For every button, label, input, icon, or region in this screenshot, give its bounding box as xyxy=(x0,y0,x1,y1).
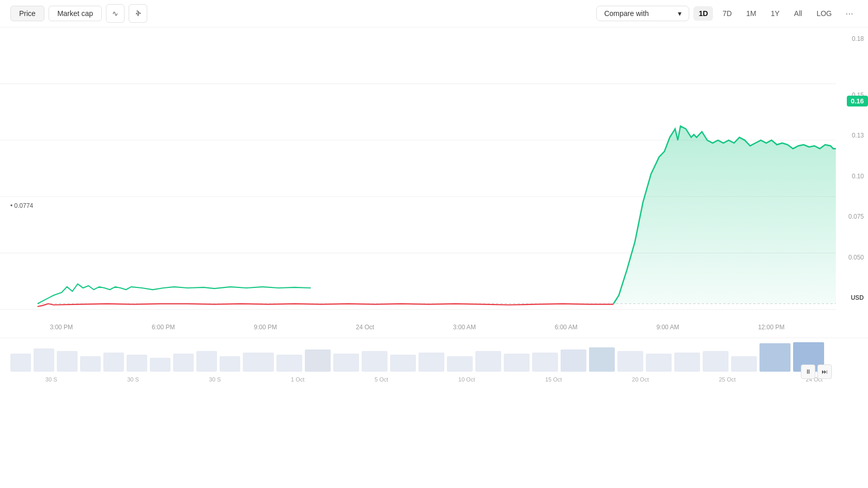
x-label-9pm: 9:00 PM xyxy=(254,324,277,331)
svg-rect-34 xyxy=(731,356,757,372)
svg-rect-13 xyxy=(150,358,171,372)
compare-dropdown[interactable]: Compare with ▾ xyxy=(596,6,689,21)
svg-rect-21 xyxy=(362,351,388,372)
svg-rect-20 xyxy=(333,354,359,372)
right-controls: Compare with ▾ 1D 7D 1M 1Y All LOG ··· xyxy=(596,5,858,22)
price-tab[interactable]: Price xyxy=(10,6,44,21)
svg-rect-29 xyxy=(589,347,615,372)
x-label-6am: 6:00 AM xyxy=(555,324,578,331)
x-label-3pm: 3:00 PM xyxy=(50,324,73,331)
svg-rect-18 xyxy=(276,355,302,372)
svg-rect-33 xyxy=(703,351,729,372)
y-label-013: 0.13 xyxy=(834,132,868,139)
y-label-0075: 0.075 xyxy=(834,213,868,220)
mini-x-30s2: 30 S xyxy=(127,376,139,383)
svg-rect-23 xyxy=(419,353,444,372)
svg-rect-14 xyxy=(173,354,194,372)
candle-chart-icon[interactable]: ቅ xyxy=(129,4,147,23)
x-label-25oct: 24 Oct xyxy=(356,324,374,331)
time-log-btn[interactable]: LOG xyxy=(811,6,837,21)
usd-label: USD xyxy=(834,294,868,301)
svg-rect-10 xyxy=(80,356,101,372)
compare-label: Compare with xyxy=(604,9,648,18)
chevron-down-icon: ▾ xyxy=(678,9,681,18)
svg-rect-17 xyxy=(243,353,274,372)
mini-x-10oct: 10 Oct xyxy=(458,376,475,383)
mini-x-25oct: 25 Oct xyxy=(719,376,735,383)
pause-button[interactable]: ⏸ xyxy=(801,364,815,379)
x-label-6pm: 6:00 PM xyxy=(152,324,175,331)
svg-rect-25 xyxy=(475,351,501,372)
time-all-btn[interactable]: All xyxy=(789,6,808,21)
svg-rect-26 xyxy=(504,354,530,372)
y-label-018: 0.18 xyxy=(834,35,868,42)
minimap-section: 30 S 30 S 30 S 1 Oct 5 Oct 10 Oct 15 Oct… xyxy=(0,338,868,400)
mini-x-1oct: 1 Oct xyxy=(291,376,304,383)
chart-wrapper: • 0.0774 ⊛ CoinMarketCap 0.18 0.16 0.15 … xyxy=(0,27,868,400)
more-options-btn[interactable]: ··· xyxy=(841,5,858,22)
x-axis: 3:00 PM 6:00 PM 9:00 PM 24 Oct 3:00 AM 6… xyxy=(0,317,834,338)
left-controls: Price Market cap ∿ ቅ xyxy=(10,4,147,23)
svg-rect-28 xyxy=(561,349,586,372)
svg-rect-22 xyxy=(390,355,416,372)
y-axis: 0.18 0.16 0.15 0.13 0.10 0.075 0.050 USD xyxy=(834,27,868,338)
svg-rect-19 xyxy=(305,349,331,372)
svg-rect-31 xyxy=(646,354,672,372)
minimap-x-axis: 30 S 30 S 30 S 1 Oct 5 Oct 10 Oct 15 Oct… xyxy=(0,376,868,383)
pause-controls: ⏸ ⏭ xyxy=(801,364,832,379)
time-1m-btn[interactable]: 1M xyxy=(741,6,761,21)
svg-rect-24 xyxy=(447,356,473,372)
mini-x-30s3: 30 S xyxy=(209,376,221,383)
svg-rect-7 xyxy=(10,354,31,372)
mini-x-30s1: 30 S xyxy=(45,376,57,383)
svg-rect-15 xyxy=(196,351,217,372)
time-1y-btn[interactable]: 1Y xyxy=(766,6,785,21)
marketcap-tab[interactable]: Market cap xyxy=(49,6,102,21)
time-7d-btn[interactable]: 7D xyxy=(717,6,737,21)
minimap-svg xyxy=(0,338,834,374)
y-label-010: 0.10 xyxy=(834,173,868,180)
mini-x-20oct: 20 Oct xyxy=(632,376,648,383)
svg-marker-6 xyxy=(613,126,835,304)
mini-x-5oct: 5 Oct xyxy=(375,376,388,383)
line-chart-icon[interactable]: ∿ xyxy=(106,4,125,23)
svg-rect-30 xyxy=(617,351,643,372)
svg-rect-27 xyxy=(532,353,558,372)
svg-rect-9 xyxy=(57,351,78,372)
x-label-9am: 9:00 AM xyxy=(656,324,679,331)
top-bar: Price Market cap ∿ ቅ Compare with ▾ 1D 7… xyxy=(0,0,868,27)
svg-rect-8 xyxy=(34,348,54,372)
mini-x-15oct: 15 Oct xyxy=(545,376,562,383)
svg-rect-16 xyxy=(220,356,240,372)
step-button[interactable]: ⏭ xyxy=(817,364,832,379)
svg-rect-12 xyxy=(127,355,147,372)
x-label-12pm: 12:00 PM xyxy=(758,324,784,331)
open-price-label: • 0.0774 xyxy=(10,202,33,209)
time-1d-btn[interactable]: 1D xyxy=(693,6,713,21)
svg-rect-35 xyxy=(760,343,791,372)
x-label-3am: 3:00 AM xyxy=(453,324,476,331)
svg-rect-11 xyxy=(103,353,124,372)
y-label-0050: 0.050 xyxy=(834,254,868,261)
current-price-badge: 0.16 xyxy=(847,96,868,106)
svg-rect-32 xyxy=(674,353,700,372)
